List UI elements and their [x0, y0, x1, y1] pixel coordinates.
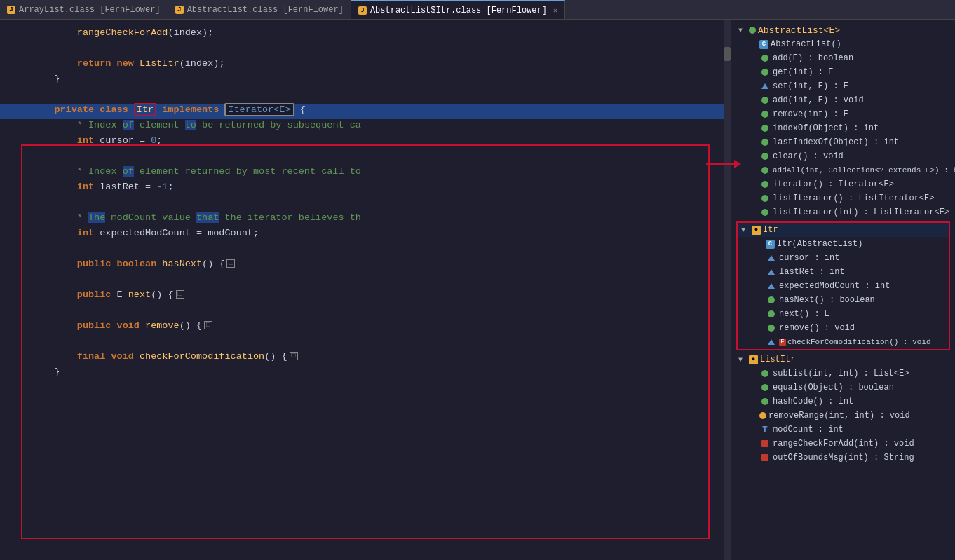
code-line: } — [0, 366, 731, 381]
method-label: indexOf(Object) : int — [773, 123, 879, 133]
method-label: listIterator() : ListIterator<E> — [773, 193, 934, 203]
private-method-icon — [759, 438, 771, 449]
tree-item-lastret[interactable]: lastRet : int — [738, 265, 949, 279]
java-icon: J — [7, 6, 15, 14]
itr-highlighted-section: ▼ ● Itr C Itr(AbstractList) cursor : int — [736, 221, 950, 350]
method-icon — [759, 396, 771, 407]
method-icon — [759, 95, 771, 106]
tree-item-next[interactable]: next() : E — [738, 307, 949, 321]
tree-item-equals[interactable]: equals(Object) : boolean — [735, 381, 951, 395]
tree-item-cursor[interactable]: cursor : int — [738, 251, 949, 265]
protected-method-icon — [759, 412, 766, 419]
method-icon — [759, 193, 771, 204]
method-icon — [759, 123, 771, 134]
tree-item-addall[interactable]: addAll(int, Collection<? extends E>) : b… — [735, 163, 951, 177]
expand-icon: ▼ — [738, 27, 747, 34]
method-label: listIterator(int) : ListIterator<E> — [773, 207, 949, 217]
tab-abstractlistitr[interactable]: J AbstractList$Itr.class [FernFlower] ✕ — [351, 0, 565, 19]
tree-item-get[interactable]: get(int) : E — [735, 65, 951, 79]
tab-abstractlistitr-label: AbstractList$Itr.class [FernFlower] — [370, 6, 547, 15]
private-method-icon — [759, 452, 771, 463]
tree-item-itr-constructor[interactable]: C Itr(AbstractList) — [738, 237, 949, 251]
main-layout: rangeCheckForAdd(index); return new List… — [0, 20, 955, 560]
itr-label: Itr — [763, 225, 778, 235]
code-line — [0, 273, 731, 289]
tree-item-remove[interactable]: remove() : void — [738, 321, 949, 335]
code-line: * The modCount value that the iterator b… — [0, 212, 731, 227]
tree-item-outofboundsmsg[interactable]: outOfBoundsMsg(int) : String — [735, 451, 951, 465]
access-icon: F — [779, 339, 786, 346]
tree-item-remove-int[interactable]: remove(int) : E — [735, 107, 951, 121]
code-line: public boolean hasNext() {□ — [0, 258, 731, 273]
method-label: remove(int) : E — [773, 109, 848, 119]
tree-item-clear[interactable]: clear() : void — [735, 149, 951, 163]
cursor-label: cursor : int — [779, 253, 839, 263]
method-label: clear() : void — [773, 151, 844, 161]
tree-item-hashcode[interactable]: hashCode() : int — [735, 395, 951, 409]
method-label: set(int, E) : E — [773, 81, 848, 91]
code-line — [0, 335, 731, 350]
tree-item-rangecheckforadd[interactable]: rangeCheckForAdd(int) : void — [735, 437, 951, 451]
tree-item-indexof[interactable]: indexOf(Object) : int — [735, 121, 951, 135]
lastret-label: lastRet : int — [779, 267, 845, 277]
method-icon — [759, 382, 771, 393]
scrollbar[interactable] — [724, 20, 731, 560]
tree-item-checkfor[interactable]: F checkForComodification() : void — [738, 335, 949, 349]
sublist-label: subList(int, int) : List<E> — [773, 369, 909, 378]
code-editor[interactable]: rangeCheckForAdd(index); return new List… — [0, 20, 731, 560]
checkfor-label: checkForComodification() : void — [787, 338, 931, 346]
tree-item-modcount[interactable]: T modCount : int — [735, 423, 951, 437]
field-icon — [766, 280, 777, 292]
right-panel[interactable]: ▼ AbstractList<E> C AbstractList() add(E… — [731, 20, 955, 560]
java-icon-3: J — [358, 6, 367, 15]
tree-item-add-int[interactable]: add(int, E) : void — [735, 93, 951, 107]
tree-item-iterator[interactable]: iterator() : Iterator<E> — [735, 177, 951, 191]
class-icon — [749, 27, 756, 34]
method-icon — [766, 308, 777, 320]
tree-item-hasnext[interactable]: hasNext() : boolean — [738, 293, 949, 307]
tab-arraylist-label: ArrayList.class [FernFlower] — [19, 5, 161, 15]
expand-icon: ▼ — [738, 356, 747, 364]
triangle-icon — [759, 81, 771, 92]
code-line: } — [0, 73, 731, 88]
inner-class-icon: ● — [752, 226, 761, 235]
tree-item-lastindexof[interactable]: lastIndexOf(Object) : int — [735, 135, 951, 149]
tree-item-abstractlist[interactable]: ▼ AbstractList<E> — [735, 23, 951, 37]
rangecheckforadd-label: rangeCheckForAdd(int) : void — [773, 439, 914, 449]
remove-label: remove() : void — [779, 323, 855, 333]
code-line: int lastRet = -1; — [0, 181, 731, 196]
java-icon-2: J — [175, 6, 184, 14]
code-line: public void remove() {□ — [0, 320, 731, 335]
field-triangle-icon — [766, 336, 777, 348]
constructor-icon: C — [766, 240, 775, 249]
method-icon — [766, 294, 777, 306]
scrollbar-thumb — [724, 47, 731, 61]
tab-arraylist[interactable]: J ArrayList.class [FernFlower] — [0, 0, 168, 19]
itr-constructor-label: Itr(AbstractList) — [777, 239, 862, 249]
code-line — [0, 243, 731, 258]
tree-item-listiterator[interactable]: listIterator() : ListIterator<E> — [735, 191, 951, 205]
tree-item-sublist[interactable]: subList(int, int) : List<E> — [735, 367, 951, 381]
method-icon — [759, 53, 771, 64]
tab-close-icon[interactable]: ✕ — [553, 6, 557, 15]
hashcode-label: hashCode() : int — [773, 397, 853, 407]
code-line: * Index of element to be returned by sub… — [0, 119, 731, 135]
method-icon — [766, 322, 777, 334]
tree-item-set[interactable]: set(int, E) : E — [735, 79, 951, 93]
code-line: final void checkForComodification() {□ — [0, 350, 731, 366]
tree-item-itr[interactable]: ▼ ● Itr — [738, 223, 949, 237]
tree-item-add-e[interactable]: add(E) : boolean — [735, 51, 951, 65]
tree-item-listitr[interactable]: ▼ ● ListItr — [735, 353, 951, 367]
tree-item-removerange[interactable]: removeRange(int, int) : void — [735, 409, 951, 423]
tree-item-listiterator-int[interactable]: listIterator(int) : ListIterator<E> — [735, 205, 951, 219]
field-icon — [766, 252, 777, 264]
code-line: return new ListItr(index); — [0, 57, 731, 73]
code-line — [0, 196, 731, 212]
tree-item-expectedmodcount[interactable]: expectedModCount : int — [738, 279, 949, 293]
method-icon — [759, 179, 771, 190]
tab-abstractlist[interactable]: J AbstractList.class [FernFlower] — [168, 0, 351, 19]
field-icon — [766, 266, 777, 278]
tree-item-constructor[interactable]: C AbstractList() — [735, 37, 951, 51]
method-label: addAll(int, Collection<? extends E>) : b… — [773, 166, 955, 175]
method-label: add(E) : boolean — [773, 53, 853, 63]
